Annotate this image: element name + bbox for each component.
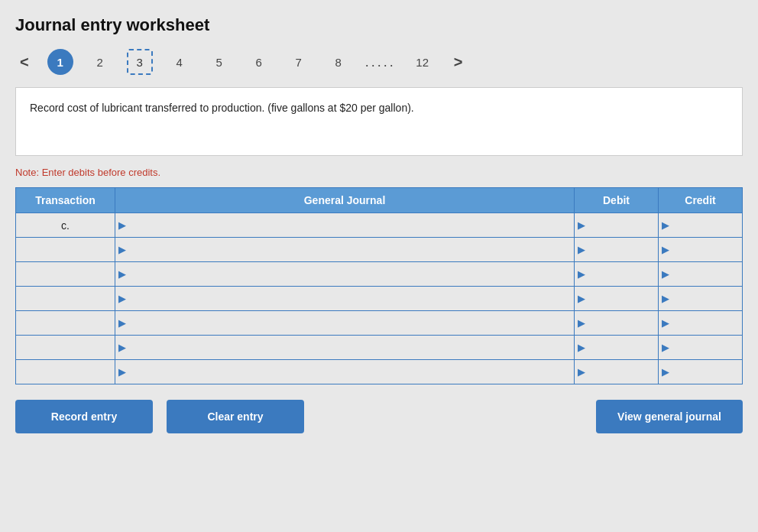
journal-cell-1: ▶: [115, 213, 575, 238]
credit-input-3[interactable]: [669, 265, 742, 283]
credit-cell-3: ▶: [659, 262, 743, 287]
journal-table: Transaction General Journal Debit Credit…: [15, 187, 743, 384]
journal-cell-3: ▶: [115, 262, 575, 287]
arrow-icon-6: ▶: [115, 342, 126, 353]
nav-item-1[interactable]: 1: [47, 49, 73, 75]
description-box: Record cost of lubricant transferred to …: [15, 87, 743, 156]
debit-cell-5: ▶: [575, 311, 659, 336]
debit-cell-3: ▶: [575, 262, 659, 287]
arrow-icon-credit-4: ▶: [659, 293, 669, 304]
credit-input-5[interactable]: [669, 314, 742, 332]
debit-input-3[interactable]: [585, 265, 658, 283]
debit-cell-2: ▶: [575, 238, 659, 262]
credit-cell-1: ▶: [659, 213, 743, 238]
journal-input-4[interactable]: [126, 290, 574, 307]
nav-item-8[interactable]: 8: [326, 49, 351, 75]
credit-cell-7: ▶: [659, 360, 743, 384]
transaction-cell-2: [16, 238, 115, 262]
page-title: Journal entry worksheet: [15, 15, 743, 35]
col-header-credit: Credit: [659, 188, 743, 213]
journal-cell-6: ▶: [115, 336, 575, 360]
arrow-icon-credit-2: ▶: [659, 244, 669, 255]
journal-cell-5: ▶: [115, 311, 575, 336]
main-container: Journal entry worksheet < 1 2 3 4 5 6 7 …: [15, 15, 743, 433]
nav-item-3[interactable]: 3: [127, 49, 153, 75]
journal-input-2[interactable]: [126, 241, 574, 258]
credit-input-6[interactable]: [669, 339, 742, 356]
journal-input-3[interactable]: [126, 265, 574, 283]
col-header-debit: Debit: [575, 188, 659, 213]
description-text: Record cost of lubricant transferred to …: [30, 102, 414, 114]
journal-cell-2: ▶: [115, 238, 575, 262]
debit-input-4[interactable]: [585, 290, 658, 307]
debit-input-6[interactable]: [585, 339, 658, 356]
debit-input-7[interactable]: [585, 363, 658, 381]
nav-ellipsis: .....: [365, 54, 396, 70]
transaction-cell-6: [16, 336, 115, 360]
arrow-icon-debit-3: ▶: [575, 268, 585, 280]
transaction-cell-1: c.: [16, 213, 115, 238]
journal-cell-4: ▶: [115, 287, 575, 311]
note-text: Note: Enter debits before credits.: [15, 167, 743, 178]
journal-input-5[interactable]: [126, 314, 574, 332]
credit-input-2[interactable]: [669, 241, 742, 258]
debit-input-5[interactable]: [585, 314, 658, 332]
table-row: ▶ ▶ ▶: [16, 336, 743, 360]
table-row: ▶ ▶ ▶: [16, 287, 743, 311]
debit-input-1[interactable]: [585, 216, 658, 234]
debit-input-2[interactable]: [585, 241, 658, 258]
arrow-icon-debit-7: ▶: [575, 366, 585, 378]
credit-cell-4: ▶: [659, 287, 743, 311]
nav-item-6[interactable]: 6: [246, 49, 272, 75]
arrow-icon-credit-3: ▶: [659, 268, 669, 280]
arrow-icon-debit-4: ▶: [575, 293, 585, 304]
arrow-icon-debit-2: ▶: [575, 244, 585, 255]
nav-item-7[interactable]: 7: [286, 49, 312, 75]
credit-input-4[interactable]: [669, 290, 742, 307]
arrow-icon-2: ▶: [115, 244, 126, 255]
arrow-icon-1: ▶: [115, 219, 126, 231]
arrow-icon-debit-6: ▶: [575, 342, 585, 353]
transaction-cell-7: [16, 360, 115, 384]
debit-cell-4: ▶: [575, 287, 659, 311]
next-button[interactable]: >: [449, 50, 468, 74]
arrow-icon-7: ▶: [115, 366, 126, 378]
nav-item-4[interactable]: 4: [167, 49, 193, 75]
col-header-journal: General Journal: [115, 188, 575, 213]
clear-entry-button[interactable]: Clear entry: [167, 400, 304, 433]
journal-input-7[interactable]: [126, 363, 574, 381]
transaction-cell-3: [16, 262, 115, 287]
arrow-icon-credit-5: ▶: [659, 317, 669, 329]
arrow-icon-credit-6: ▶: [659, 342, 669, 353]
table-row: ▶ ▶ ▶: [16, 238, 743, 262]
arrow-icon-debit-5: ▶: [575, 317, 585, 329]
arrow-icon-credit-7: ▶: [659, 366, 669, 378]
credit-input-7[interactable]: [669, 363, 742, 381]
credit-cell-6: ▶: [659, 336, 743, 360]
journal-cell-7: ▶: [115, 360, 575, 384]
journal-input-1[interactable]: [126, 216, 574, 234]
credit-cell-2: ▶: [659, 238, 743, 262]
arrow-icon-4: ▶: [115, 293, 126, 304]
table-row: c. ▶ ▶ ▶: [16, 213, 743, 238]
button-row: Record entry Clear entry View general jo…: [15, 400, 743, 433]
debit-cell-7: ▶: [575, 360, 659, 384]
table-row: ▶ ▶ ▶: [16, 262, 743, 287]
transaction-cell-4: [16, 287, 115, 311]
table-row: ▶ ▶ ▶: [16, 360, 743, 384]
nav-item-12[interactable]: 12: [410, 49, 436, 75]
debit-cell-6: ▶: [575, 336, 659, 360]
journal-input-6[interactable]: [126, 339, 574, 356]
pagination-nav: < 1 2 3 4 5 6 7 8 ..... 12 >: [15, 49, 743, 75]
col-header-transaction: Transaction: [16, 188, 115, 213]
credit-input-1[interactable]: [669, 216, 742, 234]
nav-item-2[interactable]: 2: [87, 49, 113, 75]
debit-cell-1: ▶: [575, 213, 659, 238]
arrow-icon-credit-1: ▶: [659, 219, 669, 231]
prev-button[interactable]: <: [15, 50, 34, 74]
nav-item-5[interactable]: 5: [206, 49, 232, 75]
table-row: ▶ ▶ ▶: [16, 311, 743, 336]
record-entry-button[interactable]: Record entry: [15, 400, 153, 433]
arrow-icon-5: ▶: [115, 317, 126, 329]
view-journal-button[interactable]: View general journal: [596, 400, 743, 433]
